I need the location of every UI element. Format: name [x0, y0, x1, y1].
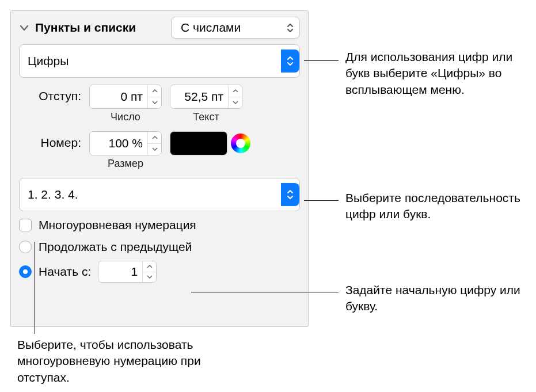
- number-row: Номер: Размер: [19, 131, 300, 170]
- callout-tiered: Выберите, чтобы использовать многоуровне…: [17, 337, 236, 386]
- tiered-checkbox-row[interactable]: Многоуровневая нумерация: [19, 218, 300, 232]
- callout-format: Выберите последовательность цифр или бук…: [345, 190, 524, 223]
- callout-start: Задайте начальную цифру или букву.: [345, 282, 524, 315]
- section-title: Пункты и списки: [35, 21, 136, 35]
- tiered-label: Многоуровневая нумерация: [39, 218, 196, 232]
- step-up-icon[interactable]: [148, 132, 161, 144]
- step-down-icon[interactable]: [148, 97, 161, 109]
- number-indent-input[interactable]: [90, 85, 147, 108]
- text-indent-sublabel: Текст: [193, 111, 219, 123]
- stepper-buttons[interactable]: [147, 132, 161, 155]
- size-stepper[interactable]: [89, 131, 162, 155]
- step-up-icon[interactable]: [148, 85, 161, 97]
- leader-line: [191, 292, 339, 292]
- indent-label: Отступ:: [19, 85, 81, 103]
- continue-radio[interactable]: [19, 241, 32, 253]
- text-indent-stepper[interactable]: [170, 85, 242, 109]
- size-group: Размер: [89, 131, 162, 170]
- color-group: [170, 131, 250, 155]
- continue-radio-row[interactable]: Продолжать с предыдущей: [19, 240, 300, 254]
- number-label: Номер:: [19, 131, 81, 150]
- section-header: Пункты и списки С числами: [19, 17, 300, 39]
- start-from-radio-row[interactable]: Начать с:: [19, 261, 300, 283]
- stepper-buttons[interactable]: [228, 85, 242, 108]
- start-from-stepper[interactable]: [98, 261, 157, 283]
- start-from-input[interactable]: [98, 261, 142, 282]
- number-type-value: Цифры: [28, 54, 69, 68]
- list-style-dropdown[interactable]: С числами: [171, 17, 300, 39]
- text-indent-input[interactable]: [170, 85, 228, 108]
- step-down-icon[interactable]: [143, 272, 156, 283]
- callout-type: Для использования цифр или букв выберите…: [345, 49, 530, 98]
- number-format-value: 1. 2. 3. 4.: [28, 188, 78, 201]
- text-indent-group: Текст: [170, 85, 242, 123]
- size-input[interactable]: [90, 132, 147, 155]
- bullets-lists-panel: Пункты и списки С числами Цифры Отступ:: [10, 10, 309, 327]
- chevron-up-down-icon: [281, 183, 299, 206]
- leader-line: [304, 200, 339, 201]
- disclosure-triangle-icon[interactable]: [19, 22, 29, 33]
- number-indent-stepper[interactable]: [89, 85, 162, 109]
- tiered-checkbox[interactable]: [19, 219, 32, 231]
- number-indent-sublabel: Число: [111, 111, 140, 123]
- start-from-label: Начать с:: [39, 265, 91, 279]
- stepper-buttons[interactable]: [142, 261, 156, 282]
- step-up-icon[interactable]: [143, 261, 156, 272]
- step-down-icon[interactable]: [229, 97, 242, 109]
- continue-label: Продолжать с предыдущей: [39, 240, 192, 254]
- chevron-up-down-icon: [287, 24, 294, 32]
- step-up-icon[interactable]: [229, 85, 242, 97]
- stepper-buttons[interactable]: [147, 85, 161, 108]
- list-style-value: С числами: [181, 21, 241, 35]
- step-down-icon[interactable]: [148, 144, 161, 155]
- chevron-up-down-icon: [281, 50, 299, 73]
- number-indent-group: Число: [89, 85, 162, 123]
- start-from-radio[interactable]: [19, 265, 32, 278]
- leader-line: [35, 242, 35, 334]
- size-sublabel: Размер: [108, 158, 143, 170]
- number-format-dropdown[interactable]: 1. 2. 3. 4.: [19, 178, 300, 211]
- color-wheel-icon[interactable]: [231, 134, 250, 153]
- number-type-dropdown[interactable]: Цифры: [19, 44, 300, 78]
- color-well[interactable]: [170, 131, 227, 155]
- leader-line: [304, 60, 339, 61]
- indent-row: Отступ: Число Текст: [19, 85, 300, 123]
